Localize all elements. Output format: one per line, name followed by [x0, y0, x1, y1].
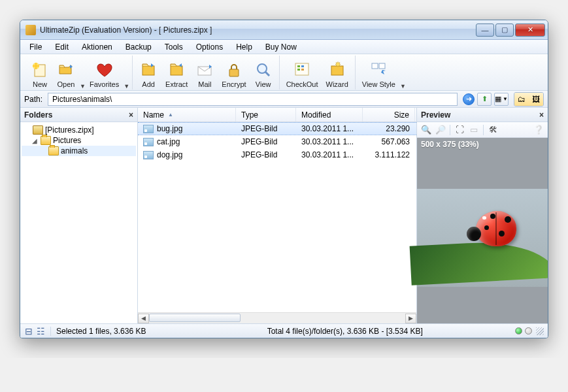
preview-toggle[interactable]: 🖼	[529, 93, 543, 106]
folder-tree: [Pictures.zipx] ◢ Pictures animals	[20, 122, 137, 323]
open-dropdown[interactable]: ▼	[79, 83, 86, 90]
checkout-button[interactable]: CheckOut	[282, 59, 322, 90]
titlebar[interactable]: UltimateZip (Evaluation Version) - [ Pic…	[20, 20, 548, 40]
view-label: View	[256, 80, 271, 88]
mail-label: Mail	[198, 80, 211, 88]
scroll-thumb[interactable]	[149, 314, 241, 322]
fit-button[interactable]: ⛶	[453, 123, 466, 137]
scroll-track[interactable]	[149, 314, 405, 323]
open-button[interactable]: Open	[53, 59, 79, 90]
preview-title: Preview	[421, 110, 450, 120]
preview-close-button[interactable]: ×	[539, 110, 544, 120]
table-row[interactable]: dog.jpg JPEG-Bild 30.03.2011 1... 3.111.…	[138, 148, 416, 161]
viewstyle-dropdown[interactable]: ▼	[399, 83, 406, 90]
menu-tools[interactable]: Tools	[158, 41, 190, 53]
file-modified: 30.03.2011 1...	[296, 124, 363, 133]
settings-button[interactable]: 🛠	[486, 123, 499, 137]
expander-icon[interactable]: ◢	[31, 137, 39, 144]
separator	[483, 125, 484, 135]
list-header: Name▲ Type Modified Size	[138, 108, 416, 122]
tree-root[interactable]: [Pictures.zipx]	[22, 125, 136, 135]
col-name-label: Name	[143, 110, 164, 120]
menu-help[interactable]: Help	[229, 41, 259, 53]
col-type[interactable]: Type	[236, 108, 296, 122]
wizard-button[interactable]: Wizard	[322, 59, 352, 90]
wizard-icon	[328, 61, 346, 79]
led-green	[515, 327, 522, 335]
extract-icon	[167, 61, 186, 79]
new-button[interactable]: New	[27, 59, 53, 90]
svg-rect-2	[142, 66, 154, 75]
status-total: Total 4 file(s)/folder(s), 3.636 KB - [3…	[241, 327, 423, 336]
scroll-right-button[interactable]: ▶	[405, 314, 416, 323]
svg-rect-3	[171, 66, 182, 75]
view-list-icon[interactable]: ☷	[36, 327, 45, 336]
checkout-icon	[293, 61, 311, 79]
add-button[interactable]: Add	[135, 59, 161, 90]
app-window: UltimateZip (Evaluation Version) - [ Pic…	[20, 20, 548, 338]
close-button[interactable]: ✕	[515, 24, 545, 37]
menu-buynow[interactable]: Buy Now	[259, 41, 303, 53]
file-name: cat.jpg	[157, 137, 180, 146]
folders-toggle[interactable]: 🗂	[514, 93, 529, 106]
extract-button[interactable]: Extract	[161, 59, 192, 90]
menu-options[interactable]: Options	[190, 41, 229, 53]
table-row[interactable]: cat.jpg JPEG-Bild 30.03.2011 1... 567.06…	[138, 135, 416, 148]
tree-pictures[interactable]: ◢ Pictures	[22, 135, 136, 146]
mail-button[interactable]: Mail	[192, 59, 218, 90]
svg-rect-13	[372, 63, 378, 69]
col-type-label: Type	[241, 110, 258, 120]
encrypt-button[interactable]: Encrypt	[218, 59, 250, 90]
col-name[interactable]: Name▲	[138, 108, 236, 122]
preview-icon: 🖼	[532, 95, 540, 104]
col-size[interactable]: Size	[363, 108, 415, 122]
scroll-left-button[interactable]: ◀	[138, 314, 149, 323]
menu-edit[interactable]: Edit	[48, 41, 75, 53]
window-title: UltimateZip (Evaluation Version) - [ Pic…	[40, 25, 475, 35]
up-button[interactable]: ⬆	[477, 93, 492, 106]
folders-title: Folders	[24, 110, 52, 120]
views-button[interactable]: ▦▼	[494, 93, 509, 106]
file-modified: 30.03.2011 1...	[296, 150, 363, 159]
tree-root-label: [Pictures.zipx]	[45, 125, 94, 135]
table-row[interactable]: bug.jpg JPEG-Bild 30.03.2011 1... 23.290	[138, 122, 416, 135]
file-list-panel: Name▲ Type Modified Size bug.jpg JPEG-Bi…	[138, 108, 417, 323]
minimize-button[interactable]: —	[476, 24, 494, 37]
toolbar: New Open ▼ Favorites ▼ Add Extract	[20, 54, 548, 91]
preview-toolbar: 🔍 🔎 ⛶ ▭ 🛠 ❔	[417, 122, 548, 138]
tree-animals[interactable]: animals	[22, 146, 136, 156]
favorites-dropdown[interactable]: ▼	[123, 83, 129, 90]
col-modified[interactable]: Modified	[296, 108, 363, 122]
view-tree-icon[interactable]: ⊟	[24, 327, 33, 336]
folders-header: Folders ×	[20, 108, 137, 122]
view-button[interactable]: View	[250, 59, 276, 90]
svg-rect-5	[229, 69, 239, 76]
path-input[interactable]	[48, 93, 458, 106]
lock-icon	[225, 61, 243, 79]
go-button[interactable]: ➜	[463, 93, 475, 105]
resize-grip[interactable]	[536, 327, 544, 335]
archive-icon	[33, 125, 43, 135]
folders-close-button[interactable]: ×	[129, 110, 133, 120]
menu-aktionen[interactable]: Aktionen	[75, 41, 119, 53]
open-label: Open	[58, 80, 75, 88]
folders-panel: Folders × [Pictures.zipx] ◢ Pictures ani…	[20, 108, 138, 323]
favorites-label: Favorites	[90, 80, 119, 88]
col-mod-label: Modified	[301, 110, 331, 120]
statusbar: ⊟ ☷ Selected 1 files, 3.636 KB Total 4 f…	[20, 323, 548, 338]
zoom-in-button[interactable]: 🔍	[420, 123, 433, 137]
file-name: bug.jpg	[157, 124, 182, 133]
preview-body: 500 x 375 (33%)	[417, 138, 548, 323]
horizontal-scrollbar[interactable]: ◀ ▶	[138, 312, 416, 323]
favorites-button[interactable]: Favorites	[86, 59, 123, 90]
file-type: JPEG-Bild	[236, 124, 296, 133]
maximize-button[interactable]: ▢	[495, 24, 514, 37]
folders-icon: 🗂	[518, 95, 526, 104]
menu-backup[interactable]: Backup	[119, 41, 158, 53]
viewstyle-button[interactable]: View Style	[358, 59, 399, 90]
menu-file[interactable]: File	[23, 41, 48, 53]
status-selected: Selected 1 files, 3.636 KB	[56, 327, 154, 336]
actual-size-button[interactable]: ▭	[467, 123, 480, 137]
zoom-out-button[interactable]: 🔎	[434, 123, 447, 137]
help-button[interactable]: ❔	[532, 123, 545, 137]
